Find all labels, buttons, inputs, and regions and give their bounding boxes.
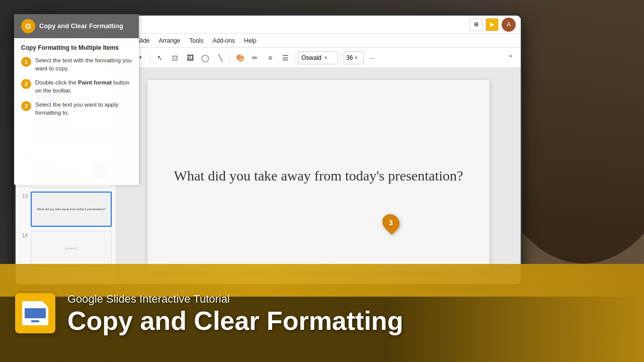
step-3-badge: 3 bbox=[379, 211, 403, 235]
slide-canvas: What did you take away from today's pres… bbox=[116, 68, 521, 284]
font-size[interactable]: 36 ▼ bbox=[344, 51, 364, 64]
fill-color[interactable]: 🎨 bbox=[233, 51, 247, 65]
align-center[interactable]: ☰ bbox=[278, 51, 292, 65]
menu-help[interactable]: Help bbox=[240, 35, 261, 46]
slide-preview-14: Questions? bbox=[31, 231, 112, 266]
doc-shape bbox=[22, 301, 48, 325]
slide-14-content: Questions? bbox=[63, 245, 79, 252]
font-selector[interactable]: Oswald ▼ bbox=[298, 51, 338, 64]
cursor-tool[interactable]: ↖ bbox=[153, 51, 167, 65]
step-circle-2: 2 bbox=[21, 79, 31, 89]
sidebar-section-title: Copy Formatting to Multiple Items bbox=[21, 44, 132, 51]
menu-arrange[interactable]: Arrange bbox=[155, 35, 185, 46]
slide-preview-13: What did you take away from today's pres… bbox=[31, 192, 112, 227]
textbox-tool[interactable]: ⊡ bbox=[168, 51, 182, 65]
slide-footer bbox=[31, 320, 39, 322]
bottom-banner: Google Slides Interactive Tutorial Copy … bbox=[0, 264, 644, 362]
step-badge-number: 3 bbox=[389, 219, 393, 227]
more-options[interactable]: ··· bbox=[365, 51, 379, 65]
tutorial-sidebar: G Copy and Clear Formatting Copy Formatt… bbox=[14, 14, 139, 185]
banner-text-block: Google Slides Interactive Tutorial Copy … bbox=[67, 293, 403, 334]
slide-13-text: What did you take away from today's pres… bbox=[37, 208, 106, 211]
step-text-2: Double-click the Paint format button on … bbox=[35, 78, 132, 95]
banner-content: Google Slides Interactive Tutorial Copy … bbox=[0, 293, 644, 334]
slide-preview-area bbox=[25, 308, 46, 318]
user-avatar[interactable]: A bbox=[502, 18, 516, 32]
image-tool[interactable]: 🖼 bbox=[183, 51, 197, 65]
align-left[interactable]: ≡ bbox=[263, 51, 277, 65]
sidebar-header-title: Copy and Clear Formatting bbox=[39, 22, 123, 31]
collapse-toolbar[interactable]: ⌃ bbox=[504, 51, 518, 65]
banner-slides-icon bbox=[15, 293, 55, 333]
step-item-3: 3 Select the text you want to apply form… bbox=[21, 101, 132, 117]
dog-ear bbox=[42, 301, 48, 307]
step-text-1: Select the text with the formatting you … bbox=[35, 56, 132, 72]
separator-3 bbox=[150, 53, 150, 63]
slide-num-13: 13 bbox=[20, 194, 28, 199]
menu-addons[interactable]: Add-ons bbox=[208, 35, 239, 46]
banner-title: Copy and Clear Formatting bbox=[67, 308, 403, 334]
slide-thumb-14[interactable]: 14 Questions? bbox=[16, 229, 116, 268]
line-tool[interactable]: ╲ bbox=[213, 51, 227, 65]
menu-tools[interactable]: Tools bbox=[185, 35, 207, 46]
main-slide[interactable]: What did you take away from today's pres… bbox=[147, 80, 490, 273]
separator-6 bbox=[341, 53, 341, 63]
sidebar-body: Copy Formatting to Multiple Items 1 Sele… bbox=[14, 38, 139, 129]
line-color[interactable]: ✏ bbox=[248, 51, 262, 65]
step-item-2: 2 Double-click the Paint format button o… bbox=[21, 78, 132, 95]
present-icon[interactable]: ⊞ bbox=[469, 18, 482, 31]
share-icon[interactable]: ▶ bbox=[486, 18, 499, 31]
sidebar-header: G Copy and Clear Formatting bbox=[14, 14, 139, 38]
separator-4 bbox=[230, 53, 230, 63]
banner-subtitle: Google Slides Interactive Tutorial bbox=[67, 293, 403, 306]
slide-question-text: What did you take away from today's pres… bbox=[164, 156, 473, 196]
sidebar-logo: G bbox=[21, 19, 35, 33]
step-circle-1: 1 bbox=[21, 57, 31, 67]
separator-5 bbox=[295, 53, 295, 63]
shapes-tool[interactable]: ◯ bbox=[198, 51, 212, 65]
slide-thumb-13[interactable]: 13 What did you take away from today's p… bbox=[16, 190, 116, 229]
step-item-1: 1 Select the text with the formatting yo… bbox=[21, 56, 132, 72]
step-text-3: Select the text you want to apply format… bbox=[35, 101, 132, 117]
slide-num-14: 14 bbox=[20, 233, 28, 238]
step-circle-3: 3 bbox=[21, 101, 31, 111]
